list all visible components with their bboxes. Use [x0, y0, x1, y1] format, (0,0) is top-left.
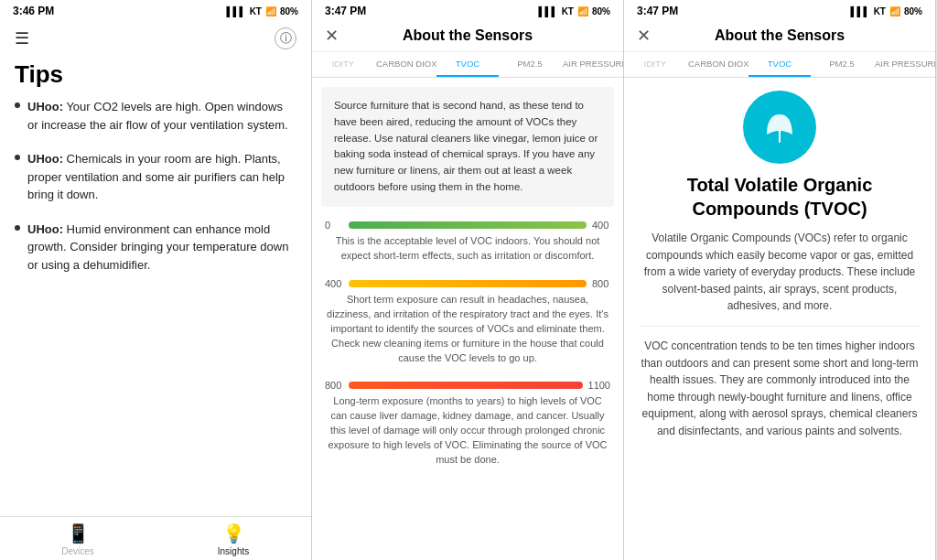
scale-bar-red	[349, 382, 583, 389]
phone2-sensor: 3:47 PM ▌▌▌ KT 📶 80% ✕ About the Sensors…	[312, 0, 624, 560]
scale-desc-green: This is the acceptable level of VOC indo…	[325, 234, 610, 264]
tab-co2-3[interactable]: CARBON DIOXIDE	[686, 52, 749, 77]
phone1-tips: 3:46 PM ▌▌▌ KT 📶 80% ☰ ⓘ Tips UHoo: Your…	[0, 0, 312, 560]
tip-label-1: UHoo:	[27, 100, 63, 113]
modal-header-2: ✕ About the Sensors	[312, 20, 623, 52]
modal-content-2: Source furniture that is second hand, as…	[312, 78, 623, 560]
network-1: KT	[250, 6, 262, 16]
status-bar-2: 3:47 PM ▌▌▌ KT 📶 80%	[312, 0, 623, 20]
devices-icon: 📱	[67, 522, 90, 544]
tab-airpressure-2[interactable]: AIR PRESSURE	[561, 52, 623, 77]
insights-icon: 💡	[222, 522, 245, 544]
time-1: 3:46 PM	[13, 5, 54, 17]
tip-body-1: Your CO2 levels are high. Open windows o…	[27, 100, 288, 132]
hamburger-icon[interactable]: ☰	[15, 28, 29, 48]
scale-max-green: 400	[592, 220, 610, 231]
signal-icon-3: ▌▌▌	[850, 6, 869, 16]
scale-bar-red-container: 800 1100	[325, 380, 610, 391]
status-icons-3: ▌▌▌ KT 📶 80%	[850, 6, 922, 16]
battery-1: 80%	[280, 6, 298, 16]
tab-airpressure-3[interactable]: AIR PRESSURE	[873, 52, 935, 77]
nav-label-devices: Devices	[61, 546, 94, 556]
battery-2: 80%	[592, 6, 610, 16]
tab-co2-2[interactable]: CARBON DIOXIDE	[374, 52, 436, 77]
scale-bar-yellow	[349, 280, 587, 287]
tip-label-2: UHoo:	[27, 152, 63, 166]
bullet-icon	[15, 102, 20, 108]
sensor-desc-1: Volatile Organic Compounds (VOCs) refer …	[624, 230, 935, 326]
sensor-title: Total Volatile Organic Compounds (TVOC)	[624, 173, 935, 230]
modal-title-3: About the Sensors	[715, 27, 845, 44]
tip-text-3: UHoo: Humid environment can enhance mold…	[27, 221, 296, 275]
scale-min-yellow: 400	[325, 278, 343, 289]
scale-min-green: 0	[325, 220, 343, 231]
wifi-icon-1: 📶	[265, 6, 276, 16]
nav-label-insights: Insights	[218, 546, 249, 556]
list-item: UHoo: Humid environment can enhance mold…	[15, 221, 296, 275]
tip-text-1: UHoo: Your CO2 levels are high. Open win…	[27, 98, 296, 134]
scale-max-yellow: 800	[592, 278, 610, 289]
scale-section-red: 800 1100 Long-term exposure (months to y…	[312, 374, 623, 473]
wifi-icon-3: 📶	[889, 6, 900, 16]
bullet-icon	[15, 155, 20, 160]
status-bar-3: 3:47 PM ▌▌▌ KT 📶 80%	[624, 0, 935, 20]
tip-body-3: Humid environment can enhance mold growt…	[27, 222, 288, 272]
tab-bar-3: IDITY CARBON DIOXIDE TVOC PM2.5 AIR PRES…	[624, 52, 935, 78]
scale-bar-yellow-container: 400 800	[325, 278, 610, 289]
scale-max-red: 1100	[588, 380, 610, 391]
status-bar-1: 3:46 PM ▌▌▌ KT 📶 80%	[0, 0, 311, 20]
status-icons-1: ▌▌▌ KT 📶 80%	[226, 6, 298, 16]
phone3-sensor: 3:47 PM ▌▌▌ KT 📶 80% ✕ About the Sensors…	[624, 0, 936, 560]
signal-icon-1: ▌▌▌	[226, 6, 245, 16]
tab-humidity-3[interactable]: IDITY	[624, 52, 686, 77]
time-3: 3:47 PM	[637, 5, 678, 17]
bullet-icon	[15, 225, 20, 231]
tip-body-2: Chemicals in your room are high. Plants,…	[27, 152, 285, 201]
top-nav: ☰ ⓘ	[0, 20, 311, 57]
tip-text-2: UHoo: Chemicals in your room are high. P…	[27, 150, 296, 204]
scale-desc-red: Long-term exposure (months to years) to …	[325, 394, 610, 468]
time-2: 3:47 PM	[325, 5, 366, 17]
modal-header-3: ✕ About the Sensors	[624, 20, 935, 52]
nav-item-insights[interactable]: 💡 Insights	[156, 522, 311, 556]
network-2: KT	[562, 6, 574, 16]
tip-label-3: UHoo:	[27, 222, 63, 236]
wifi-icon-2: 📶	[577, 6, 588, 16]
list-item: UHoo: Your CO2 levels are high. Open win…	[15, 98, 296, 134]
tab-tvoc-3[interactable]: TVOC	[749, 52, 811, 77]
list-item: UHoo: Chemicals in your room are high. P…	[15, 150, 296, 204]
sensor-icon-circle	[743, 91, 816, 164]
tab-pm25-2[interactable]: PM2.5	[499, 52, 561, 77]
sensor-desc-2: VOC concentration tends to be ten times …	[624, 327, 935, 440]
scale-bar-green	[349, 221, 587, 229]
close-button-2[interactable]: ✕	[325, 26, 339, 46]
page-title: Tips	[0, 57, 311, 98]
scale-section-green: 0 400 This is the acceptable level of VO…	[312, 214, 623, 269]
battery-3: 80%	[904, 6, 922, 16]
bottom-nav: 📱 Devices 💡 Insights	[0, 516, 311, 560]
tab-humidity-2[interactable]: IDITY	[312, 52, 374, 77]
scale-desc-yellow: Short term exposure can result in headac…	[325, 293, 610, 366]
tab-bar-2: IDITY CARBON DIOXIDE TVOC PM2.5 AIR PRES…	[312, 52, 623, 78]
tip-box: Source furniture that is second hand, as…	[321, 87, 614, 207]
tips-list: UHoo: Your CO2 levels are high. Open win…	[0, 98, 311, 516]
modal-title-2: About the Sensors	[403, 27, 533, 44]
tab-pm25-3[interactable]: PM2.5	[811, 52, 873, 77]
tab-tvoc-2[interactable]: TVOC	[436, 52, 499, 77]
modal-content-3: Total Volatile Organic Compounds (TVOC) …	[624, 78, 935, 560]
scale-min-red: 800	[325, 380, 343, 391]
network-3: KT	[874, 6, 886, 16]
scale-bar-green-container: 0 400	[325, 220, 610, 231]
leaf-icon	[759, 107, 800, 147]
scale-section-yellow: 400 800 Short term exposure can result i…	[312, 273, 623, 372]
info-button[interactable]: ⓘ	[275, 27, 296, 49]
close-button-3[interactable]: ✕	[637, 26, 651, 46]
status-icons-2: ▌▌▌ KT 📶 80%	[538, 6, 610, 16]
signal-icon-2: ▌▌▌	[538, 6, 557, 16]
nav-item-devices[interactable]: 📱 Devices	[0, 522, 156, 556]
